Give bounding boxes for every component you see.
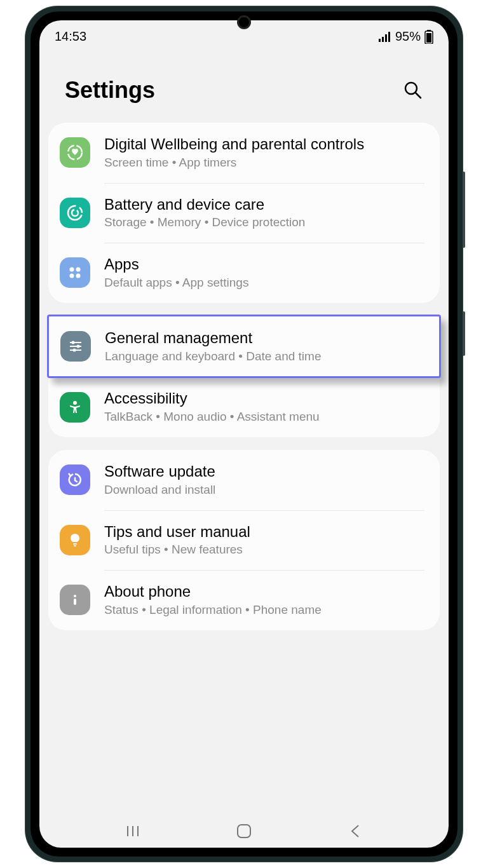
sliders-icon	[60, 331, 91, 362]
row-subtitle: Language and keyboard • Date and time	[105, 349, 424, 364]
info-icon	[60, 585, 90, 615]
recents-icon	[125, 824, 140, 839]
phone-frame: 14:53 95% Settings Digital Wellbeing	[25, 6, 463, 862]
settings-group: General managementLanguage and keyboard …	[48, 315, 440, 437]
back-icon	[349, 824, 362, 839]
back-button[interactable]	[344, 822, 367, 840]
nav-bar	[39, 811, 449, 848]
update-icon	[60, 465, 90, 495]
svg-point-25	[74, 595, 76, 597]
row-text: Digital Wellbeing and parental controlsS…	[104, 135, 424, 170]
signal-icon	[379, 32, 391, 42]
svg-point-19	[77, 345, 80, 348]
row-title: Apps	[104, 255, 424, 274]
row-title: Tips and user manual	[104, 523, 424, 541]
svg-rect-26	[74, 599, 76, 605]
care-icon	[60, 198, 90, 228]
settings-item-update[interactable]: Software updateDownload and install	[48, 450, 440, 510]
recents-button[interactable]	[121, 822, 144, 840]
row-subtitle: Status • Legal information • Phone name	[104, 603, 424, 618]
settings-item-general[interactable]: General managementLanguage and keyboard …	[47, 315, 441, 379]
home-button[interactable]	[233, 822, 255, 840]
settings-item-accessibility[interactable]: AccessibilityTalkBack • Mono audio • Ass…	[48, 377, 440, 437]
svg-point-22	[73, 401, 77, 405]
svg-rect-0	[379, 39, 381, 42]
svg-point-14	[70, 274, 74, 278]
settings-item-battery[interactable]: Battery and device careStorage • Memory …	[48, 183, 440, 243]
row-text: Battery and device careStorage • Memory …	[104, 196, 424, 231]
apps-icon	[60, 257, 90, 288]
svg-rect-6	[426, 33, 431, 43]
row-text: AppsDefault apps • App settings	[104, 255, 424, 290]
camera-cutout	[237, 15, 251, 29]
row-title: Software update	[104, 463, 424, 481]
svg-rect-23	[73, 543, 77, 545]
svg-rect-1	[382, 37, 384, 42]
row-title: Digital Wellbeing and parental controls	[104, 135, 424, 154]
svg-point-21	[73, 349, 76, 352]
power-button[interactable]	[463, 311, 465, 356]
svg-rect-3	[388, 32, 390, 42]
row-text: About phoneStatus • Legal information • …	[104, 583, 424, 618]
row-subtitle: Useful tips • New features	[104, 543, 424, 557]
svg-point-10	[68, 206, 82, 220]
row-subtitle: Default apps • App settings	[104, 276, 424, 290]
svg-line-8	[416, 93, 421, 98]
row-title: Accessibility	[104, 390, 424, 408]
svg-point-17	[72, 341, 75, 344]
accessibility-icon	[60, 392, 90, 423]
settings-list[interactable]: Digital Wellbeing and parental controlsS…	[39, 123, 449, 811]
row-subtitle: Download and install	[104, 483, 424, 498]
row-title: Battery and device care	[104, 196, 424, 214]
row-subtitle: Storage • Memory • Device protection	[104, 215, 424, 230]
wellbeing-icon	[60, 137, 90, 168]
row-title: About phone	[104, 583, 424, 601]
row-subtitle: TalkBack • Mono audio • Assistant menu	[104, 410, 424, 424]
svg-point-12	[70, 268, 74, 272]
battery-icon	[424, 30, 433, 44]
settings-group: Software updateDownload and installTips …	[48, 450, 440, 630]
row-text: AccessibilityTalkBack • Mono audio • Ass…	[104, 390, 424, 424]
search-icon	[403, 80, 423, 100]
svg-point-13	[76, 268, 81, 272]
svg-point-11	[72, 210, 78, 216]
settings-item-apps[interactable]: AppsDefault apps • App settings	[48, 243, 440, 303]
page-header: Settings	[39, 48, 449, 123]
page-title: Settings	[65, 77, 155, 104]
settings-item-wellbeing[interactable]: Digital Wellbeing and parental controlsS…	[48, 123, 440, 183]
volume-button[interactable]	[463, 172, 465, 248]
svg-rect-24	[74, 545, 76, 546]
row-text: Tips and user manualUseful tips • New fe…	[104, 523, 424, 558]
svg-rect-2	[385, 34, 387, 42]
svg-point-15	[76, 274, 81, 278]
row-text: General managementLanguage and keyboard …	[105, 329, 424, 364]
settings-item-about[interactable]: About phoneStatus • Legal information • …	[48, 570, 440, 630]
svg-rect-30	[238, 825, 250, 837]
settings-group: Digital Wellbeing and parental controlsS…	[48, 123, 440, 303]
row-text: Software updateDownload and install	[104, 463, 424, 498]
bulb-icon	[60, 525, 90, 555]
row-subtitle: Screen time • App timers	[104, 156, 424, 170]
battery-percent: 95%	[395, 29, 421, 44]
search-button[interactable]	[403, 80, 423, 100]
status-time: 14:53	[55, 29, 86, 44]
home-icon	[236, 823, 252, 839]
row-title: General management	[105, 329, 424, 348]
settings-item-tips[interactable]: Tips and user manualUseful tips • New fe…	[48, 510, 440, 571]
